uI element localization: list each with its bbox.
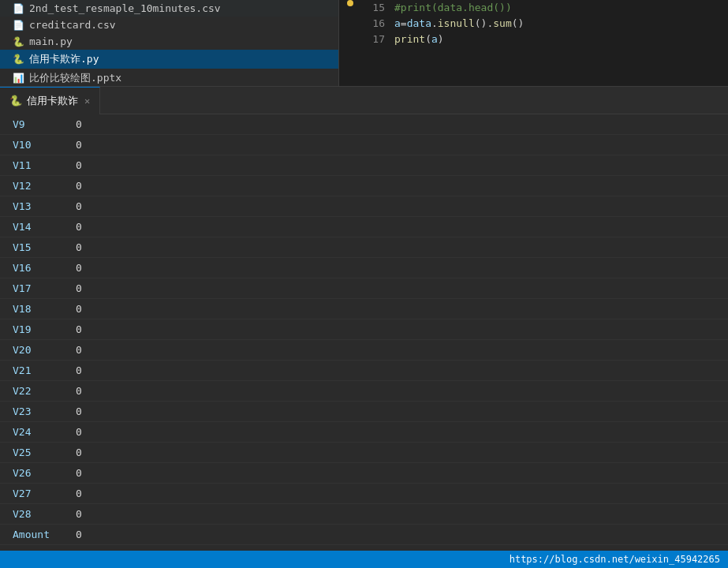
row-label-V23: V23	[13, 405, 76, 417]
row-label-V21: V21	[13, 364, 76, 376]
row-label-V10: V10	[13, 139, 76, 151]
line-number-16: 16	[363, 16, 394, 32]
row-value-V14: 0	[76, 221, 82, 233]
row-value-V17: 0	[76, 282, 82, 294]
file-item-file-1[interactable]: 📄2nd_test_resmaple_10minutes.csv	[0, 0, 338, 17]
file-explorer: 📄2nd_test_resmaple_10minutes.csv📄creditc…	[0, 0, 339, 86]
row-label-V11: V11	[13, 159, 76, 171]
breakpoint-icon	[347, 0, 353, 6]
data-row: V250	[0, 443, 728, 463]
status-bar: https://blog.csdn.net/weixin_45942265	[0, 551, 728, 568]
data-row: V280	[0, 504, 728, 525]
row-value-V24: 0	[76, 426, 82, 438]
file-icon-py: 🐍	[13, 36, 24, 47]
row-label-V18: V18	[13, 303, 76, 315]
data-row: Amount0	[0, 525, 728, 545]
app-container: 📄2nd_test_resmaple_10minutes.csv📄creditc…	[0, 0, 728, 568]
row-label-V17: V17	[13, 282, 76, 294]
data-rows-container: V90V100V110V120V130V140V150V160V170V180V…	[0, 114, 728, 551]
data-row: V170	[0, 278, 728, 299]
row-value-V11: 0	[76, 159, 82, 171]
file-name: creditcard.csv	[29, 19, 116, 31]
file-item-file-3[interactable]: 🐍main.py	[0, 33, 338, 50]
status-url: https://blog.csdn.net/weixin_45942265	[510, 554, 720, 565]
row-label-V25: V25	[13, 447, 76, 458]
row-value-V18: 0	[76, 303, 82, 315]
file-name: main.py	[29, 36, 73, 47]
data-row: V100	[0, 135, 728, 155]
row-value-V19: 0	[76, 323, 82, 335]
tab-xingyong[interactable]: 🐍 信用卡欺诈 ✕	[0, 87, 100, 114]
tab-bar: 🐍 信用卡欺诈 ✕	[0, 87, 728, 114]
row-label-V12: V12	[13, 180, 76, 192]
code-line-17: 17print(a)	[339, 32, 728, 47]
file-icon-csv: 📄	[13, 3, 24, 14]
data-row: V180	[0, 299, 728, 320]
row-value-V13: 0	[76, 200, 82, 212]
data-row: V270	[0, 484, 728, 504]
gutter-15	[339, 0, 363, 6]
row-value-V20: 0	[76, 344, 82, 356]
row-value-V26: 0	[76, 467, 82, 479]
row-label-V28: V28	[13, 508, 76, 520]
row-value-V10: 0	[76, 139, 82, 151]
row-value-V22: 0	[76, 385, 82, 397]
row-label-V19: V19	[13, 323, 76, 335]
tab-close-button[interactable]: ✕	[84, 95, 90, 106]
top-section: 📄2nd_test_resmaple_10minutes.csv📄creditc…	[0, 0, 728, 87]
row-label-V22: V22	[13, 385, 76, 397]
data-row: V260	[0, 463, 728, 484]
data-view[interactable]: V90V100V110V120V130V140V150V160V170V180V…	[0, 114, 728, 551]
code-line-15: 15#print(data.head())	[339, 0, 728, 16]
row-label-V9: V9	[13, 118, 76, 130]
tab-label: 信用卡欺诈	[27, 94, 78, 108]
file-icon-pptx: 📊	[13, 73, 24, 84]
code-content-17: print(a)	[394, 32, 444, 47]
file-icon-csv: 📄	[13, 20, 24, 31]
row-label-V27: V27	[13, 488, 76, 499]
row-label-V26: V26	[13, 467, 76, 479]
data-row: Class0	[0, 545, 728, 551]
tab-py-icon: 🐍	[9, 95, 22, 106]
file-name: 比价比较绘图.pptx	[29, 71, 121, 85]
row-label-V14: V14	[13, 221, 76, 233]
code-lines: 15#print(data.head())16a=data.isnull().s…	[339, 0, 728, 47]
data-row: V190	[0, 320, 728, 340]
data-row: V220	[0, 381, 728, 402]
file-icon-py: 🐍	[13, 54, 24, 65]
row-value-V23: 0	[76, 405, 82, 417]
row-value-V28: 0	[76, 508, 82, 520]
row-value-V21: 0	[76, 364, 82, 376]
row-label-V15: V15	[13, 241, 76, 253]
row-value-V25: 0	[76, 447, 82, 458]
file-name: 信用卡欺诈.py	[29, 52, 99, 66]
line-number-17: 17	[363, 32, 394, 47]
row-label-V16: V16	[13, 262, 76, 274]
data-row: V130	[0, 196, 728, 217]
data-row: V230	[0, 402, 728, 422]
row-value-V16: 0	[76, 262, 82, 274]
data-row: V240	[0, 422, 728, 443]
file-item-file-5[interactable]: 📊比价比较绘图.pptx	[0, 69, 338, 86]
row-value-V12: 0	[76, 180, 82, 192]
row-value-V9: 0	[76, 118, 82, 130]
row-label-V13: V13	[13, 200, 76, 212]
code-content-15: #print(data.head())	[394, 0, 512, 16]
row-label-V24: V24	[13, 426, 76, 438]
file-name: 2nd_test_resmaple_10minutes.csv	[29, 2, 221, 14]
row-label-V20: V20	[13, 344, 76, 356]
data-row: V200	[0, 340, 728, 361]
row-value-V15: 0	[76, 241, 82, 253]
data-row: V210	[0, 361, 728, 381]
code-line-16: 16a=data.isnull().sum()	[339, 16, 728, 32]
code-content-16: a=data.isnull().sum()	[394, 16, 524, 32]
row-value-Amount: 0	[76, 529, 82, 540]
data-row: V90	[0, 114, 728, 135]
file-item-file-2[interactable]: 📄creditcard.csv	[0, 17, 338, 33]
code-editor: 15#print(data.head())16a=data.isnull().s…	[339, 0, 728, 86]
data-row: V110	[0, 155, 728, 176]
data-row: V150	[0, 237, 728, 258]
file-list: 📄2nd_test_resmaple_10minutes.csv📄creditc…	[0, 0, 338, 86]
file-item-file-4[interactable]: 🐍信用卡欺诈.py	[0, 50, 338, 69]
data-row: V140	[0, 217, 728, 237]
